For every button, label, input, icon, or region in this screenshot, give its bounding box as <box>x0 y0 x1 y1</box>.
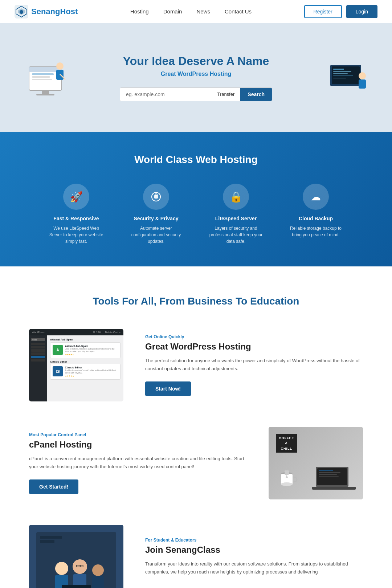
feature-fast-desc: We use LiteSpeed Web Server to keep your… <box>47 225 105 245</box>
svg-rect-35 <box>319 476 339 477</box>
wp-classic-icon <box>53 366 63 376</box>
wp-plugin-classic-text: Classic Editor Enables the previous "cla… <box>65 366 118 377</box>
cpanel-row: COFFEE&CHILL <box>29 427 363 499</box>
svg-rect-28 <box>57 371 58 372</box>
wp-body: Media Akismet Anti-Spam A <box>29 335 123 401</box>
nav-contact[interactable]: Contact Us <box>225 8 252 15</box>
start-now-button[interactable]: Start Now! <box>145 381 191 396</box>
svg-point-52 <box>92 564 104 576</box>
brand-name: SenangHost <box>31 7 78 16</box>
wp-main: Akismet Anti-Spam A Akismet Anti-Spam Us… <box>47 335 123 401</box>
hero-section: Your Idea Deserve A Name Great WordPress… <box>0 23 392 132</box>
features-grid: 🚀 Fast & Responsive We use LiteSpeed Web… <box>15 184 377 245</box>
wp-akismet-desc: Used by millions, Akismet is quite possi… <box>65 348 118 352</box>
svg-rect-9 <box>42 90 49 94</box>
wp-plugin-akismet: A Akismet Anti-Spam Used by millions, Ak… <box>50 342 121 358</box>
svg-point-45 <box>55 562 68 575</box>
feature-backup-name: Cloud Backup <box>287 216 345 221</box>
students-photo <box>29 525 123 588</box>
wp-screenshot: WordPress ⊕ New Delete Cache Media <box>29 329 123 401</box>
cpanel-heading: cPanel Hosting <box>29 440 247 450</box>
feature-fast: 🚀 Fast & Responsive We use LiteSpeed Web… <box>47 184 105 245</box>
fast-icon: 🚀 <box>63 184 89 210</box>
svg-rect-31 <box>312 487 356 490</box>
cpanel-image: COFFEE&CHILL <box>269 427 363 499</box>
wordpress-tag: Get Online Quickly <box>145 334 363 339</box>
svg-rect-18 <box>333 73 348 74</box>
nav-hosting[interactable]: Hosting <box>130 8 149 15</box>
nav-domain[interactable]: Domain <box>163 8 182 15</box>
svg-rect-32 <box>319 470 333 471</box>
wordpress-desc: The perfect solution for anyone who want… <box>145 357 363 373</box>
feature-backup-desc: Reliable storage backup to bring you pea… <box>287 225 345 238</box>
wp-plugin-akismet-text: Akismet Anti-Spam Used by millions, Akis… <box>65 345 118 356</box>
svg-point-11 <box>56 62 64 70</box>
svg-rect-20 <box>333 78 346 78</box>
education-row: For Student & Educators Join SenangClass… <box>29 525 363 588</box>
wp-classic-stars: ★★★★★ <box>65 375 118 377</box>
wordpress-content: Get Online Quickly Great WordPress Hosti… <box>145 334 363 396</box>
navbar: SenangHost Hosting Domain News Contact U… <box>0 0 392 23</box>
svg-rect-7 <box>32 76 50 78</box>
svg-rect-44 <box>40 540 54 543</box>
education-tag: For Student & Educators <box>145 538 363 543</box>
login-button[interactable]: Login <box>346 5 377 18</box>
svg-rect-27 <box>57 371 59 371</box>
svg-rect-22 <box>359 79 366 89</box>
tools-section: Tools For All, From Business To Educatio… <box>0 266 392 588</box>
wp-classic-name: Classic Editor <box>65 366 118 369</box>
hero-search-bar: Transfer Search <box>120 87 272 101</box>
svg-rect-6 <box>32 73 54 75</box>
wp-plugin-classic: Classic Editor Enables the previous "cla… <box>50 364 121 380</box>
education-desc: Transform your ideas into reality with o… <box>145 560 363 576</box>
cpanel-content: Most Popular Control Panel cPanel Hostin… <box>29 432 247 494</box>
svg-rect-16 <box>333 69 344 70</box>
feature-security: Security & Privacy Automate server confi… <box>127 184 185 245</box>
svg-rect-53 <box>92 576 104 588</box>
svg-rect-17 <box>333 71 351 72</box>
wordpress-heading: Great WordPress Hosting <box>145 342 363 352</box>
nav-news[interactable]: News <box>196 8 210 15</box>
feature-litespeed-name: LiteSpeed Server <box>207 216 265 221</box>
domain-search-input[interactable] <box>120 88 211 101</box>
svg-rect-43 <box>40 536 62 539</box>
wp-akismet-name: Akismet Anti-Spam <box>65 345 118 347</box>
search-button[interactable]: Search <box>240 88 272 101</box>
hero-left-illustration <box>22 52 73 103</box>
cpanel-desc: cPanel is a convenient management platfo… <box>29 455 247 471</box>
wp-akismet-icon: A <box>53 345 63 355</box>
feature-fast-name: Fast & Responsive <box>47 216 105 221</box>
wordpress-row: WordPress ⊕ New Delete Cache Media <box>29 329 363 401</box>
feature-litespeed: 🔒 LiteSpeed Server Layers of security an… <box>207 184 265 245</box>
feature-security-name: Security & Privacy <box>127 216 185 221</box>
wp-classic-desc: Enables the previous "classic" editor an… <box>65 369 118 374</box>
features-title: World Class Web Hosting <box>15 154 377 166</box>
wp-top-bar: WordPress ⊕ New Delete Cache <box>29 329 123 335</box>
nav-links: Hosting Domain News Contact Us <box>130 8 252 15</box>
transfer-button[interactable]: Transfer <box>211 88 240 101</box>
svg-point-38 <box>281 482 293 486</box>
coffee-text: COFFEE&CHILL <box>276 434 297 453</box>
education-content: For Student & Educators Join SenangClass… <box>145 538 363 585</box>
coffee-card: COFFEE&CHILL <box>269 427 363 499</box>
brand-logo-container: SenangHost <box>15 5 78 19</box>
svg-point-47 <box>73 559 87 574</box>
get-started-button[interactable]: Get Started! <box>29 479 78 494</box>
hero-right-illustration <box>319 54 370 101</box>
navbar-actions: Register Login <box>304 5 377 18</box>
svg-point-21 <box>359 72 366 79</box>
features-section: World Class Web Hosting 🚀 Fast & Respons… <box>0 132 392 266</box>
feature-security-desc: Automate server configuration and securi… <box>127 225 185 245</box>
svg-rect-8 <box>32 79 52 80</box>
register-button[interactable]: Register <box>304 5 342 18</box>
svg-rect-19 <box>333 75 353 76</box>
tools-title: Tools For All, From Business To Educatio… <box>29 295 363 307</box>
feature-litespeed-desc: Layers of security and professional staf… <box>207 225 265 245</box>
hero-content: Your Idea Deserve A Name Great WordPress… <box>120 54 272 101</box>
wp-sidebar: Media <box>29 335 47 401</box>
svg-rect-34 <box>319 474 337 475</box>
cloud-icon: ☁ <box>303 184 329 210</box>
svg-rect-10 <box>36 94 54 95</box>
brand-icon <box>15 5 28 19</box>
cpanel-tag: Most Popular Control Panel <box>29 432 247 437</box>
